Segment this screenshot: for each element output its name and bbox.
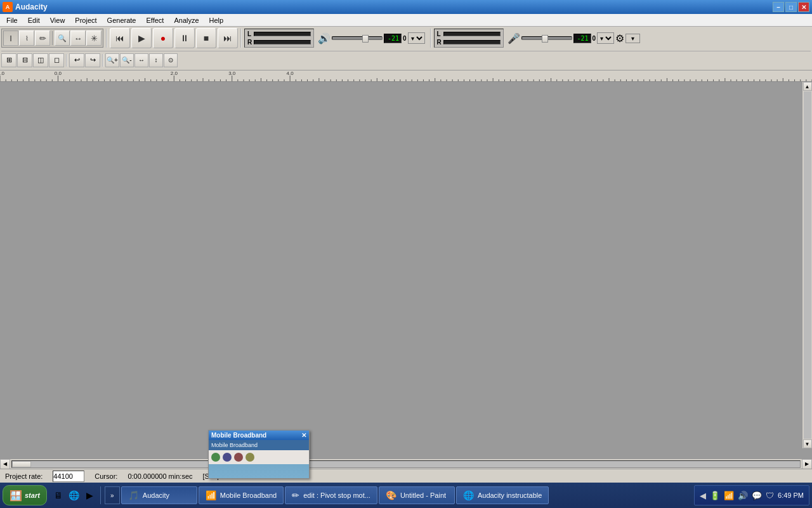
systray-icon-4[interactable]: 💬 (752, 491, 762, 500)
instructable-label: Audacity instructable (478, 491, 542, 499)
input-db-display: -21 (573, 34, 591, 43)
mic-slider[interactable] (521, 36, 572, 40)
show-desktop-btn[interactable]: 🖥 (51, 486, 66, 504)
menu-item-help[interactable]: Help (204, 14, 229, 26)
undo-btn[interactable]: ↩ (69, 53, 84, 67)
device-icon: ⚙ (615, 32, 624, 44)
trim-btn[interactable]: ◫ (33, 53, 48, 67)
audacity-taskbar-icon: 🎵 (128, 490, 139, 500)
multitool-btn[interactable]: ✳ (86, 30, 102, 46)
h-scroll-thumb[interactable] (12, 461, 31, 467)
zoom-in-btn[interactable]: 🔍+ (105, 53, 119, 67)
silence-btn[interactable]: ◻ (49, 53, 64, 67)
status-bar: Project rate: Cursor: 0:00.000000 min:se… (0, 469, 812, 483)
skip-start-button[interactable]: ⏮ (110, 28, 130, 48)
volume-control: 🔊 -21 0 ▾ (315, 32, 428, 44)
speaker-icon: 🔊 (318, 32, 331, 44)
scroll-down-btn[interactable]: ▼ (803, 439, 812, 448)
menu-item-effect[interactable]: Effect (141, 14, 169, 26)
preview-title-text: Mobile Broadband (211, 432, 266, 439)
stop-button[interactable]: ■ (196, 28, 216, 48)
systray-icon-5[interactable]: 🛡 (766, 491, 774, 500)
selection-tool-btn[interactable]: I (3, 30, 18, 46)
select-all-btn[interactable]: ⊞ (1, 53, 16, 67)
menu-item-analyze[interactable]: Analyze (169, 14, 204, 26)
mobile-broadband-icon: 📶 (206, 490, 216, 500)
scroll-left-btn[interactable]: ◀ (0, 459, 10, 469)
scroll-right-btn[interactable]: ▶ (802, 459, 812, 469)
input-meter-R: R (437, 39, 501, 46)
scroll-up-btn[interactable]: ▲ (803, 82, 812, 91)
menu-item-file[interactable]: File (1, 14, 23, 26)
input-device-select[interactable]: ▾ (597, 32, 614, 44)
minimize-button[interactable]: – (773, 2, 784, 12)
sep1 (106, 29, 107, 48)
audacity-instructable-taskbar-btn[interactable]: 🌐 Audacity instructable (456, 486, 549, 504)
tools-section: I ⌇ ✏ 🔍 ↔ ✳ (1, 29, 103, 48)
audacity-taskbar-btn[interactable]: 🎵 Audacity (121, 486, 197, 504)
input-L-label: L (437, 30, 442, 37)
tracks-area: ▲ ▼ (0, 82, 812, 458)
menu-item-view[interactable]: View (45, 14, 70, 26)
app-icon: A (3, 2, 13, 12)
systray-icon-3[interactable]: 🔊 (738, 491, 748, 500)
zoom-fit-v-btn[interactable]: ↕ (149, 53, 163, 67)
volume-thumb[interactable] (362, 35, 369, 43)
v-scroll-track (804, 91, 811, 439)
mic-thumb[interactable] (542, 35, 548, 43)
expand-quick-launch[interactable]: » (105, 486, 120, 504)
menu-item-edit[interactable]: Edit (23, 14, 45, 26)
redo-btn[interactable]: ↪ (85, 53, 100, 67)
zoom-out-btn[interactable]: 🔍- (120, 53, 134, 67)
mic-control: 🎤 -21 0 ▾ ⚙ ▾ (505, 32, 643, 44)
pivot-taskbar-btn[interactable]: ✏ edit : Pivot stop mot... (285, 486, 377, 504)
device-dropdown[interactable]: ▾ (625, 34, 640, 43)
edit-toolbar: ⊞ ⊟ ◫ ◻ ↩ ↪ 🔍+ 🔍- ↔ ↕ ⊙ (1, 53, 178, 67)
paint-label: Untitled - Paint (400, 491, 446, 499)
zoom-normal-btn[interactable]: ⊙ (164, 53, 178, 67)
pivot-icon: ✏ (292, 490, 299, 500)
vertical-scrollbar[interactable]: ▲ ▼ (802, 82, 812, 448)
skip-end-button[interactable]: ⏭ (218, 28, 238, 48)
preview-titlebar: Mobile Broadband (209, 440, 309, 450)
play-button[interactable]: ▶ (131, 28, 152, 48)
preview-icon-3 (234, 453, 243, 462)
edit-sep (66, 54, 67, 67)
systray-icon-2[interactable]: 📶 (724, 491, 734, 500)
zoom-tool-btn[interactable]: 🔍 (55, 30, 70, 46)
output-meter: L R (244, 29, 314, 48)
sep2 (240, 29, 242, 48)
paint-taskbar-btn[interactable]: 🎨 Untitled - Paint (379, 486, 455, 504)
zoom-fit-btn[interactable]: ↔ (134, 53, 148, 67)
input-meter-L: L (437, 30, 501, 37)
title-bar-left: A Audacity (3, 2, 48, 12)
timeshift-tool-btn[interactable]: ↔ (70, 30, 86, 46)
project-rate-label: Project rate: (5, 472, 43, 480)
preview-content: Mobile Broadband (209, 440, 309, 478)
media-player-btn[interactable]: ▶ (82, 486, 98, 504)
toolbar-row-2: ⊞ ⊟ ◫ ◻ ↩ ↪ 🔍+ 🔍- ↔ ↕ ⊙ (1, 51, 811, 69)
start-button[interactable]: 🪟 start (3, 485, 47, 505)
project-rate-input[interactable] (53, 471, 84, 482)
menu-item-generate[interactable]: Generate (102, 14, 141, 26)
volume-slider[interactable] (332, 36, 383, 40)
select-region-btn[interactable]: ⊟ (17, 53, 32, 67)
menu-item-project[interactable]: Project (70, 14, 102, 26)
title-bar: A Audacity – □ ✕ (0, 0, 812, 14)
systray-hide-btn[interactable]: ◀ (700, 491, 706, 500)
output-device-select[interactable]: ▾ (408, 32, 425, 44)
title-bar-title: Audacity (15, 3, 48, 11)
paint-icon: 🎨 (386, 490, 396, 500)
pause-button[interactable]: ⏸ (174, 28, 195, 48)
ruler (0, 70, 812, 82)
start-label: start (25, 491, 40, 499)
close-button[interactable]: ✕ (798, 2, 809, 12)
draw-tool-btn[interactable]: ✏ (35, 30, 50, 46)
mobile-broadband-taskbar-btn[interactable]: 📶 Mobile Broadband (199, 486, 284, 504)
envelope-tool-btn[interactable]: ⌇ (19, 30, 34, 46)
ie-btn[interactable]: 🌐 (67, 486, 82, 504)
maximize-button[interactable]: □ (785, 2, 797, 12)
preview-close-btn[interactable]: ✕ (301, 432, 306, 439)
systray-icon-1[interactable]: 🔋 (710, 491, 720, 500)
record-button[interactable]: ● (153, 28, 173, 48)
